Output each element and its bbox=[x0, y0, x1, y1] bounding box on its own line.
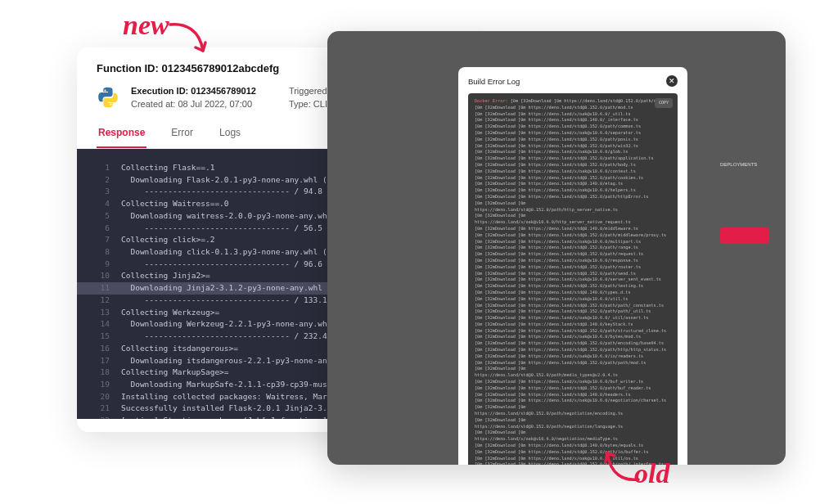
log-line: [0m [32mDownload [0m https://deno.land/s… bbox=[475, 226, 671, 232]
log-line: [0m [32mDownload [0m https://deno.land/s… bbox=[475, 340, 671, 347]
log-line: [0m [32mDownload [0m https://deno.land/s… bbox=[475, 328, 671, 335]
log-line: [0m [32mDownload [0m https://deno.land/x… bbox=[475, 334, 671, 340]
log-line: [0m [32mDownload [0m https://deno.land/x… bbox=[475, 213, 671, 226]
log-line: [0m [32mDownload [0m https://deno.land/s… bbox=[475, 385, 671, 392]
log-line: [0m [32mDownload [0m https://deno.land/x… bbox=[475, 430, 671, 443]
tab-logs[interactable]: Logs bbox=[218, 119, 242, 148]
copy-button[interactable]: COPY bbox=[655, 98, 673, 108]
log-line: [0m [32mDownload [0m https://deno.land/s… bbox=[475, 322, 671, 328]
log-line: [0m [32mDownload [0m https://deno.land/s… bbox=[475, 245, 671, 251]
execution-id: Execution ID: 0123456789012 bbox=[131, 86, 256, 96]
log-line: [0m [32mDownload [0m https://deno.land/s… bbox=[475, 200, 671, 214]
log-line: [0m [32mDownload [0m https://deno.land/s… bbox=[475, 347, 671, 353]
log-line: [0m [32mDownload [0m https://deno.land/s… bbox=[475, 264, 671, 271]
function-id-value: 0123456789012abcdefg bbox=[161, 62, 279, 74]
close-icon[interactable]: ✕ bbox=[666, 75, 678, 87]
log-line: [0m [32mDownload [0m https://deno.land/s… bbox=[475, 143, 671, 150]
log-line: [0m [32mDownload [0m https://deno.land/s… bbox=[475, 175, 671, 182]
arrow-new-icon bbox=[167, 18, 216, 64]
log-line: [0m [32mDownload [0m https://deno.land/x… bbox=[475, 149, 671, 155]
log-line: [0m [32mDownload [0m https://deno.land/s… bbox=[475, 105, 671, 111]
log-line: [0m [32mDownload [0m https://deno.land/s… bbox=[475, 232, 671, 239]
build-error-modal: Build Error Log ✕ COPY Docker Error: [0m… bbox=[458, 67, 687, 465]
log-line: [0m [32mDownload [0m https://deno.land/x… bbox=[475, 398, 671, 404]
log-line: [0m [32mDownload [0m https://deno.land/s… bbox=[475, 366, 671, 379]
function-id-label: Function ID: bbox=[97, 62, 159, 74]
log-line: [0m [32mDownload [0m https://deno.land/s… bbox=[475, 155, 671, 162]
tab-error[interactable]: Error bbox=[169, 119, 195, 148]
created-at: Created at: 08 Jul 2022, 07:00 bbox=[131, 99, 256, 109]
python-icon bbox=[97, 86, 119, 109]
log-line: [0m [32mDownload [0m https://deno.land/s… bbox=[475, 162, 671, 169]
log-line: [0m [32mDownload [0m https://deno.land/x… bbox=[475, 296, 671, 303]
log-line: [0m [32mDownload [0m https://deno.land/s… bbox=[475, 404, 671, 417]
tab-response[interactable]: Response bbox=[97, 119, 146, 148]
log-line: [0m [32mDownload [0m https://deno.land/x… bbox=[475, 169, 671, 175]
log-line: [0m [32mDownload [0m https://deno.land/x… bbox=[475, 187, 671, 194]
log-line: [0m [32mDownload [0m https://deno.land/x… bbox=[475, 277, 671, 283]
ghost-primary-button bbox=[720, 227, 769, 244]
log-line: [0m [32mDownload [0m https://deno.land/s… bbox=[475, 417, 671, 430]
log-line: [0m [32mDownload [0m https://deno.land/s… bbox=[475, 137, 671, 143]
label-new: new bbox=[123, 10, 169, 41]
log-line: [0m [32mDownload [0m https://deno.land/x… bbox=[475, 258, 671, 264]
ghost-text: DEPLOYMENTS bbox=[720, 162, 769, 167]
log-line: [0m [32mDownload [0m https://deno.land/s… bbox=[475, 181, 671, 187]
log-line: [0m [32mDownload [0m https://deno.land/x… bbox=[475, 111, 671, 118]
log-line: [0m [32mDownload [0m https://deno.land/s… bbox=[475, 360, 671, 367]
log-line: [0m [32mDownload [0m https://deno.land/s… bbox=[475, 124, 671, 130]
log-line: [0m [32mDownload [0m https://deno.land/x… bbox=[475, 379, 671, 385]
build-error-log[interactable]: COPY Docker Error: [0m [32mDownload [0m … bbox=[468, 93, 678, 465]
log-line: [0m [32mDownload [0m https://deno.land/x… bbox=[475, 239, 671, 245]
arrow-old-icon bbox=[597, 442, 647, 488]
log-line: [0m [32mDownload [0m https://deno.land/s… bbox=[475, 303, 671, 309]
log-line: [0m [32mDownload [0m https://deno.land/x… bbox=[475, 353, 671, 360]
old-ui-backdrop: DEPLOYMENTS Build Error Log ✕ COPY Docke… bbox=[327, 31, 786, 465]
log-line: [0m [32mDownload [0m https://deno.land/s… bbox=[475, 308, 671, 315]
log-line: [0m [32mDownload [0m https://deno.land/x… bbox=[475, 130, 671, 137]
log-line: [0m [32mDownload [0m https://deno.land/s… bbox=[475, 117, 671, 124]
log-line: [0m [32mDownload [0m https://deno.land/s… bbox=[475, 290, 671, 296]
log-line: [0m [32mDownload [0m https://deno.land/s… bbox=[475, 283, 671, 290]
build-error-title: Build Error Log bbox=[468, 77, 520, 86]
log-line: [0m [32mDownload [0m https://deno.land/s… bbox=[475, 194, 671, 200]
log-line: [0m [32mDownload [0m https://deno.land/x… bbox=[475, 315, 671, 322]
log-line: Docker Error: [0m [32mDownload [0m https… bbox=[475, 98, 671, 105]
log-line: [0m [32mDownload [0m https://deno.land/s… bbox=[475, 392, 671, 398]
log-line: [0m [32mDownload [0m https://deno.land/s… bbox=[475, 271, 671, 277]
log-line: [0m [32mDownload [0m https://deno.land/s… bbox=[475, 251, 671, 258]
